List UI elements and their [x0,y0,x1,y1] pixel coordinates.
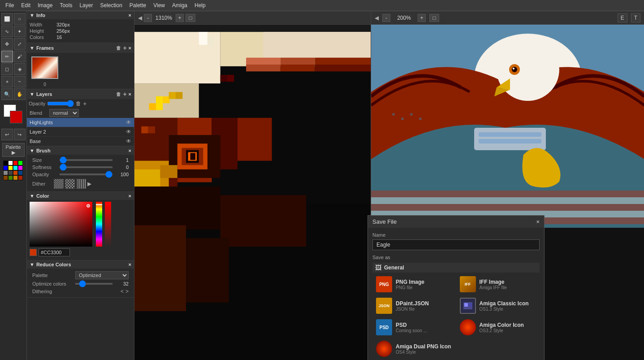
dithering-next[interactable]: > [125,288,129,295]
brush-panel-header[interactable]: ▼ Brush × [27,147,134,155]
dither-pattern-2[interactable] [65,179,75,189]
frames-add-icon[interactable]: + [123,44,126,52]
save-option-png[interactable]: PNG PNG Image PNG file [372,273,456,295]
magic-wand-tool[interactable]: ✦ [14,26,26,37]
palette-color[interactable] [13,165,18,170]
color-gradient[interactable] [30,202,92,247]
menu-edit[interactable]: Edit [17,1,34,9]
preview-t-button[interactable]: T [631,13,640,22]
color-alpha-slider[interactable] [105,202,111,247]
palette-color[interactable] [13,170,18,175]
eyedropper-tool[interactable]: ⌖ [1,76,13,87]
palette-color[interactable] [18,170,23,175]
menu-layer[interactable]: Layer [76,1,96,9]
opacity-brush-slider[interactable] [60,173,112,175]
opacity-delete-icon[interactable]: 🗑 [76,100,81,107]
palette-color[interactable] [18,165,23,170]
reduce-colors-close[interactable]: × [129,262,131,267]
menu-amiga[interactable]: Amiga [169,1,191,9]
save-option-psd[interactable]: PSD PSD Coming soon ... [372,317,456,338]
smudge-tool[interactable]: ~ [14,76,26,87]
palette-color[interactable] [18,160,23,165]
palette-color[interactable] [3,165,8,170]
palette-toggle[interactable]: Palette ▶ [2,143,25,157]
brush-panel-close[interactable]: × [129,148,131,153]
menu-tools[interactable]: Tools [56,1,76,9]
layers-add-icon[interactable]: + [123,91,126,98]
layers-delete-icon[interactable]: 🗑 [116,91,121,97]
layer-2-eye[interactable]: 👁 [126,129,131,135]
save-option-json[interactable]: JSON DPaint.JSON JSON file [372,295,456,317]
opacity-slider[interactable] [47,100,74,107]
preview-zoom-plus[interactable]: + [418,14,426,22]
frames-panel-close[interactable]: × [129,45,131,51]
canvas-zoom-minus[interactable]: - [144,14,152,22]
save-option-amiga-dual[interactable]: Amiga Dual PNG Icon OS4 Style [372,338,540,360]
pencil-tool[interactable]: ✏ [1,51,13,62]
layer-highlights[interactable]: HighLights 👁 [27,118,134,127]
menu-help[interactable]: Help [191,1,209,9]
fill-tool[interactable]: ◈ [14,63,26,75]
layer-highlights-eye[interactable]: 👁 [126,119,131,126]
layers-panel-close[interactable]: × [129,91,131,97]
layer-base[interactable]: Base 👁 [27,137,134,146]
info-panel-header[interactable]: ▼ Info × [27,11,134,19]
palette-color[interactable] [13,160,18,165]
preview-e-button[interactable]: E [618,13,627,22]
dither-pattern-3[interactable] [76,179,86,189]
color-hue-slider[interactable] [96,202,102,247]
menu-image[interactable]: Image [34,1,56,9]
save-option-amiga-classic[interactable]: Amiga Classic Icon OS1.3 Style [456,295,540,317]
menu-palette[interactable]: Palette [126,1,150,9]
preview-zoom-minus[interactable]: - [382,14,390,22]
color-hex-input[interactable] [39,248,70,256]
palette-color[interactable] [8,165,13,170]
blend-select[interactable]: normal multiply screen overlay [49,109,79,117]
opacity-add-icon[interactable]: + [83,100,86,107]
eraser-tool[interactable]: ◻ [1,63,13,75]
lasso-tool[interactable]: ∿ [1,26,13,37]
canvas-container[interactable] [134,25,371,360]
filename-input[interactable] [372,239,540,250]
brush-tool[interactable]: 🖌 [14,51,26,62]
dither-pattern-1[interactable] [54,179,64,189]
palette-color[interactable] [8,160,13,165]
ellipse-tool[interactable]: ○ [14,13,26,25]
palette-color[interactable] [18,175,23,180]
preview-fit-btn[interactable]: □ [429,14,439,22]
foreground-color-swatch[interactable] [10,111,22,123]
magnify-tool[interactable]: 🔍 [1,88,13,100]
marquee-rect-tool[interactable]: ⬜ [1,13,13,25]
undo-button[interactable]: ↩ [1,129,13,140]
move-tool[interactable]: ✥ [1,38,13,50]
save-dialog-close-button[interactable]: × [536,218,540,225]
color-panel-close[interactable]: × [129,193,131,199]
menu-selection[interactable]: Selection [96,1,125,9]
transform-tool[interactable]: ⤢ [14,38,26,50]
info-panel-close[interactable]: × [129,13,131,18]
save-option-iff[interactable]: IFF IFF Image Amiga IFF file [456,273,540,295]
layer-2[interactable]: Layer 2 👁 [27,127,134,137]
save-option-amiga-color[interactable]: Amiga Color Icon OS3.2 Style [456,317,540,338]
palette-color[interactable] [13,175,18,180]
palette-color[interactable] [3,175,8,180]
frames-panel-header[interactable]: ▼ Frames 🗑 + × [27,43,134,53]
palette-color[interactable] [8,175,13,180]
canvas-zoom-plus[interactable]: + [176,14,184,22]
size-slider[interactable] [60,159,112,161]
palette-color[interactable] [8,170,13,175]
palette-color[interactable] [3,170,8,175]
palette-color[interactable] [3,160,8,165]
reduce-colors-header[interactable]: ▼ Reduce Colors × [27,260,134,269]
menu-view[interactable]: View [150,1,169,9]
frames-delete-icon[interactable]: 🗑 [116,45,121,51]
layers-panel-header[interactable]: ▼ Layers 🗑 + × [27,89,134,99]
canvas-fit-btn[interactable]: □ [186,14,195,22]
layer-base-eye[interactable]: 👁 [126,138,131,144]
optimize-slider[interactable] [75,283,112,285]
palette-reduce-select[interactable]: Optimized Web Safe Adaptive [75,271,129,279]
dither-more-arrow[interactable]: ▶ [87,181,91,187]
frame-item[interactable]: 0 [30,55,60,87]
color-panel-header[interactable]: ▼ Color × [27,192,134,200]
dithering-prev[interactable]: < [121,288,124,295]
